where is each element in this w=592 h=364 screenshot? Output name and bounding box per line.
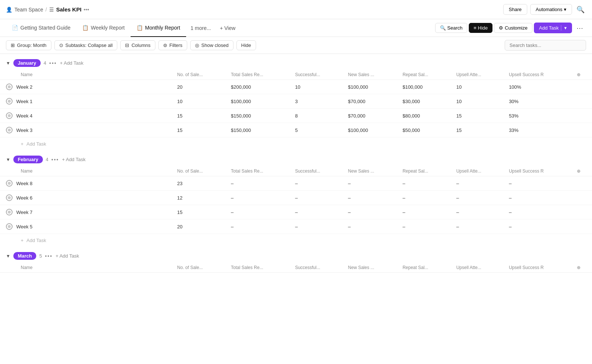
add-task-main-button[interactable]: Add Task ▾ <box>534 23 572 33</box>
task-name-cell[interactable]: Week 4 <box>0 109 173 123</box>
task-name-cell[interactable]: Week 6 <box>0 191 173 205</box>
subtasks-button[interactable]: ⊙ Subtasks: Collapse all <box>54 40 118 50</box>
col-total-sales-feb: Total Sales Re... <box>226 166 290 176</box>
task-repeat-sal: – <box>398 205 452 220</box>
task-status-icon[interactable] <box>6 127 13 133</box>
column-headers-march: Name No. of Sale... Total Sales Re... Su… <box>0 263 592 273</box>
task-upsell-succ: 100% <box>504 80 572 94</box>
task-name: Week 8 <box>16 181 33 186</box>
add-column-button[interactable]: ⊕ <box>572 70 592 80</box>
tab-icon-weekly-report: 📋 <box>82 25 88 31</box>
table-row[interactable]: Week 2 20 $200,000 10 $100,000 $100,000 … <box>0 80 592 94</box>
task-name-cell[interactable]: Week 1 <box>0 94 173 109</box>
group-march: ▼ March 5 ••• + Add Task Name No. of Sal… <box>0 247 592 273</box>
february-table: Name No. of Sale... Total Sales Re... Su… <box>0 166 592 234</box>
more-options-icon[interactable]: ••• <box>84 7 89 13</box>
task-name-cell[interactable]: Week 7 <box>0 205 173 220</box>
workspace-icon: 👤 <box>6 7 12 13</box>
task-name-cell[interactable]: Week 5 <box>0 220 173 234</box>
task-upsell-att: 10 <box>452 94 504 109</box>
add-task-row-february[interactable]: + Add Task <box>0 234 592 247</box>
task-repeat-sal: $30,000 <box>398 94 452 109</box>
show-closed-button[interactable]: ◎ Show closed <box>190 40 233 50</box>
task-upsell-att: 15 <box>452 109 504 123</box>
task-name: Week 3 <box>16 127 33 133</box>
task-new-sales: $70,000 <box>344 109 398 123</box>
group-chevron-january[interactable]: ▼ <box>6 61 10 66</box>
group-count-january: 4 <box>44 60 46 66</box>
hide-toolbar-button[interactable]: Hide <box>236 40 256 50</box>
task-name: Week 4 <box>16 113 33 119</box>
group-add-february[interactable]: + Add Task <box>62 157 85 162</box>
group-add-january[interactable]: + Add Task <box>60 60 84 66</box>
table-row[interactable]: Week 6 12 – – – – – – <box>0 191 592 205</box>
columns-button[interactable]: ⊟ Columns <box>120 40 155 50</box>
task-successful: – <box>290 220 343 234</box>
search-tasks-input[interactable] <box>505 40 586 51</box>
task-upsell-succ: – <box>504 191 572 205</box>
task-upsell-att: – <box>452 220 504 234</box>
table-row[interactable]: Week 5 20 – – – – – – <box>0 220 592 234</box>
table-row[interactable]: Week 8 23 – – – – – – <box>0 176 592 191</box>
tab-more[interactable]: 1 more... <box>186 25 215 31</box>
table-row[interactable]: Week 7 15 – – – – – – <box>0 205 592 220</box>
task-upsell-att: 10 <box>452 80 504 94</box>
task-name-cell[interactable]: Week 8 <box>0 176 173 191</box>
subtasks-icon: ⊙ <box>59 42 63 48</box>
col-successful-march: Successful... <box>290 263 343 273</box>
task-status-icon[interactable] <box>6 223 13 230</box>
task-successful: – <box>290 176 343 191</box>
task-name: Week 1 <box>16 99 33 104</box>
task-status-icon[interactable] <box>6 180 13 187</box>
group-label-march[interactable]: March <box>13 252 36 260</box>
tab-getting-started[interactable]: 📄 Getting Started Guide <box>6 19 76 37</box>
add-task-row-january[interactable]: + Add Task <box>0 137 592 150</box>
group-label-february[interactable]: February <box>13 156 43 163</box>
group-add-march[interactable]: + Add Task <box>56 253 79 259</box>
group-month-button[interactable]: ⊞ Group: Month <box>6 40 51 50</box>
table-row[interactable]: Week 3 15 $150,000 5 $100,000 $50,000 15… <box>0 123 592 137</box>
table-row[interactable]: Week 4 15 $150,000 8 $70,000 $80,000 15 … <box>0 109 592 123</box>
task-name-cell[interactable]: Week 3 <box>0 123 173 137</box>
task-status-icon[interactable] <box>6 98 13 105</box>
group-dots-march[interactable]: ••• <box>45 253 53 259</box>
group-chevron-february[interactable]: ▼ <box>6 157 10 162</box>
col-no-sales-march: No. of Sale... <box>173 263 226 273</box>
task-status-icon[interactable] <box>6 194 13 201</box>
add-column-button-feb[interactable]: ⊕ <box>572 166 592 176</box>
task-status-icon[interactable] <box>6 84 13 90</box>
task-successful: 5 <box>290 123 343 137</box>
tab-monthly-report[interactable]: 📋 Monthly Report <box>131 19 186 37</box>
share-button[interactable]: Share <box>503 4 527 15</box>
col-upsell-att: Upsell Atte... <box>452 70 504 80</box>
table-row[interactable]: Week 1 10 $100,000 3 $70,000 $30,000 10 … <box>0 94 592 109</box>
customize-button[interactable]: ⚙ Customize <box>494 23 532 33</box>
group-dots-january[interactable]: ••• <box>49 60 57 66</box>
col-upsell-succ-feb: Upsell Success R <box>504 166 572 176</box>
task-name-cell[interactable]: Week 2 <box>0 80 173 94</box>
group-dots-february[interactable]: ••• <box>51 157 59 163</box>
tab-label-weekly-report: Weekly Report <box>91 25 125 31</box>
task-no-sales: 15 <box>173 205 226 220</box>
add-column-button-march[interactable]: ⊕ <box>572 263 592 273</box>
task-status-icon[interactable] <box>6 112 13 119</box>
filters-button[interactable]: ⊜ Filters <box>158 40 187 50</box>
tab-weekly-report[interactable]: 📋 Weekly Report <box>76 19 131 37</box>
task-status-icon[interactable] <box>6 209 13 215</box>
add-view-button[interactable]: + View <box>215 25 240 31</box>
task-no-sales: 10 <box>173 94 226 109</box>
col-new-sales: New Sales ... <box>344 70 398 80</box>
workspace-label[interactable]: Team Space <box>14 7 43 13</box>
group-label-january[interactable]: January <box>13 59 41 67</box>
topbar-search-button[interactable]: 🔍 <box>575 4 586 15</box>
search-tab-button[interactable]: 🔍 Search <box>435 23 467 33</box>
automations-button[interactable]: Automations ▾ <box>530 4 572 15</box>
expand-all-button[interactable]: ⋯ <box>574 23 586 34</box>
task-new-sales: – <box>344 205 398 220</box>
task-no-sales: 23 <box>173 176 226 191</box>
col-upsell-att-feb: Upsell Atte... <box>452 166 504 176</box>
group-chevron-march[interactable]: ▼ <box>6 254 10 259</box>
col-repeat-sal: Repeat Sal... <box>398 70 452 80</box>
hide-button[interactable]: ≡ Hide <box>469 23 492 33</box>
task-name: Week 5 <box>16 224 33 229</box>
